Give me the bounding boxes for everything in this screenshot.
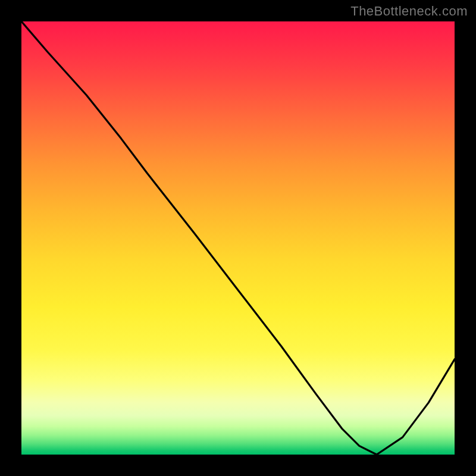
curve-svg [21,21,455,455]
curve-path [21,21,455,455]
watermark-text: TheBottleneck.com [350,4,468,19]
chart-frame: TheBottleneck.com [0,0,476,476]
plot-area [21,21,455,455]
